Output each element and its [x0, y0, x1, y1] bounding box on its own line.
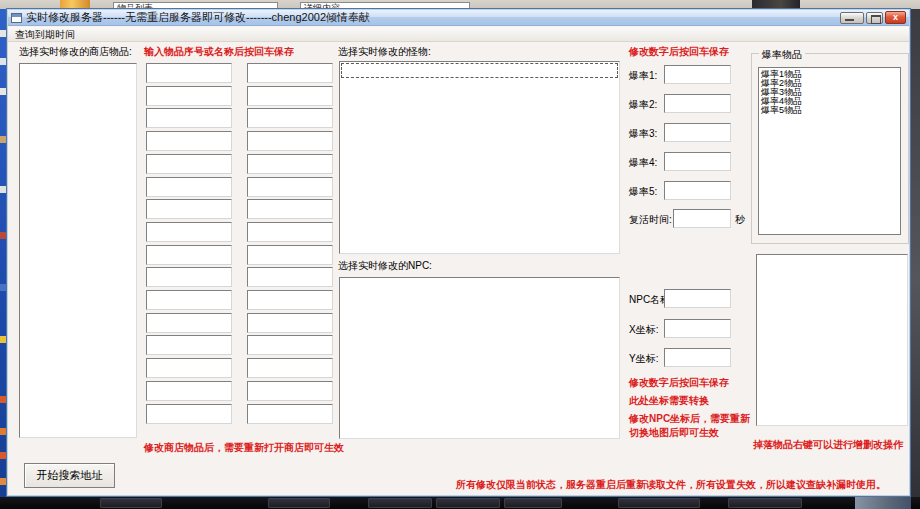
npc-listbox[interactable] [339, 277, 620, 439]
shop-item-input[interactable] [247, 267, 333, 287]
npc-hint-line: 此处坐标需要转换 [629, 394, 709, 408]
shop-item-input[interactable] [146, 404, 232, 424]
title-bar: 实时修改服务器------无需重启服务器即可修改-------cheng2002… [8, 10, 909, 26]
drop-edit-hint: 掉落物品右键可以进行增删改操作 [753, 438, 903, 452]
drop-item[interactable]: 爆率5物品 [761, 106, 900, 115]
shop-item-input[interactable] [146, 154, 232, 174]
shop-item-input[interactable] [146, 313, 232, 333]
taskbar [0, 497, 920, 509]
minimize-button[interactable] [840, 12, 864, 24]
npc-field-label: Y坐标: [629, 352, 658, 366]
taskbar-button[interactable] [436, 498, 500, 508]
npc-list-label: 选择实时修改的NPC: [338, 259, 432, 273]
npc-hint-line: 修改NPC坐标后，需要重新 [629, 412, 750, 426]
shop-input-hint: 输入物品序号或名称后按回车保存 [144, 45, 294, 59]
shop-item-input[interactable] [146, 63, 232, 83]
menu-bar: 查询到期时间 [8, 27, 909, 42]
footer-warning: 所有修改仅限当前状态，服务器重启后重新读取文件，所有设置失效，所以建议查缺补漏时… [456, 478, 886, 492]
taskbar-button[interactable] [100, 498, 162, 508]
drop-rate-input-3[interactable] [664, 123, 731, 142]
desktop-right-strip [911, 0, 920, 509]
shop-item-input[interactable] [146, 245, 232, 265]
drop-rate-label: 爆率5: [629, 185, 657, 199]
search-address-button[interactable]: 开始搜索地址 [24, 463, 115, 488]
shop-item-input[interactable] [247, 313, 333, 333]
drop-rate-label: 爆率4: [629, 156, 657, 170]
taskbar-photo-fragment [855, 497, 911, 509]
shop-item-input[interactable] [146, 381, 232, 401]
close-button[interactable]: x [885, 11, 906, 24]
shop-item-input[interactable] [146, 290, 232, 310]
drop-rate-input-4[interactable] [664, 152, 731, 171]
shop-item-input[interactable] [146, 108, 232, 128]
window-icon [11, 13, 22, 23]
shop-item-input[interactable] [247, 131, 333, 151]
shop-item-input[interactable] [247, 108, 333, 128]
shop-list-label: 选择实时修改的商店物品: [19, 45, 132, 59]
taskbar-button[interactable] [268, 498, 330, 508]
drop-rate-input-1[interactable] [664, 65, 731, 84]
shop-items-listbox[interactable] [19, 63, 137, 438]
taskbar-button[interactable] [728, 498, 802, 508]
drop-items-group-title: 爆率物品 [759, 48, 805, 62]
shop-item-input[interactable] [146, 358, 232, 378]
shop-item-input[interactable] [247, 177, 333, 197]
drop-items-listbox[interactable]: 爆率1物品爆率2物品爆率3物品爆率4物品爆率5物品 [758, 67, 901, 235]
shop-item-input[interactable] [146, 199, 232, 219]
npc-x-input[interactable] [664, 319, 731, 338]
monster-list-label: 选择实时修改的怪物: [338, 45, 431, 59]
monster-list-selection [341, 63, 618, 78]
shop-item-input[interactable] [146, 177, 232, 197]
taskbar-button[interactable] [368, 498, 432, 508]
shop-item-input[interactable] [247, 86, 333, 106]
shop-item-input[interactable] [247, 290, 333, 310]
npc-hint-line: 修改数字后按回车保存 [629, 376, 729, 390]
shop-item-input[interactable] [247, 404, 333, 424]
shop-item-input[interactable] [146, 335, 232, 355]
monster-listbox[interactable] [339, 61, 620, 254]
drop-items-groupbox: 爆率物品 爆率1物品爆率2物品爆率3物品爆率4物品爆率5物品 [751, 53, 909, 244]
shop-item-input[interactable] [247, 222, 333, 242]
drop-rate-input-5[interactable] [664, 181, 731, 200]
npc-y-input[interactable] [664, 348, 731, 367]
shop-item-input[interactable] [146, 86, 232, 106]
shop-item-input[interactable] [146, 131, 232, 151]
shop-item-input[interactable] [247, 335, 333, 355]
revive-time-input[interactable] [673, 209, 731, 228]
drop-rate-label: 爆率2: [629, 98, 657, 112]
drop-rate-input-2[interactable] [664, 94, 731, 113]
revive-time-unit: 秒 [735, 213, 745, 227]
npc-name-input[interactable] [664, 289, 731, 308]
revive-time-label: 复活时间: [629, 213, 672, 227]
drop-detail-listbox[interactable] [756, 254, 908, 426]
shop-after-hint: 修改商店物品后，需要重新打开商店即可生效 [144, 441, 344, 455]
rate-save-hint: 修改数字后按回车保存 [629, 45, 729, 59]
shop-item-input[interactable] [146, 222, 232, 242]
taskbar-button[interactable] [504, 498, 562, 508]
npc-field-label: X坐标: [629, 323, 658, 337]
maximize-button[interactable] [866, 12, 883, 24]
menu-query-expiry[interactable]: 查询到期时间 [8, 27, 82, 42]
window-title: 实时修改服务器------无需重启服务器即可修改-------cheng2002… [26, 10, 370, 25]
shop-item-input[interactable] [247, 245, 333, 265]
shop-item-input[interactable] [247, 199, 333, 219]
taskbar-button[interactable] [618, 498, 700, 508]
drop-rate-label: 爆率3: [629, 127, 657, 141]
shop-item-input[interactable] [247, 154, 333, 174]
shop-item-input[interactable] [247, 63, 333, 83]
drop-rate-label: 爆率1: [629, 69, 657, 83]
shop-item-input[interactable] [247, 381, 333, 401]
shop-item-input[interactable] [146, 267, 232, 287]
shop-item-input[interactable] [247, 358, 333, 378]
npc-hint-line: 切换地图后即可生效 [629, 426, 719, 440]
main-window: 实时修改服务器------无需重启服务器即可修改-------cheng2002… [6, 8, 911, 497]
